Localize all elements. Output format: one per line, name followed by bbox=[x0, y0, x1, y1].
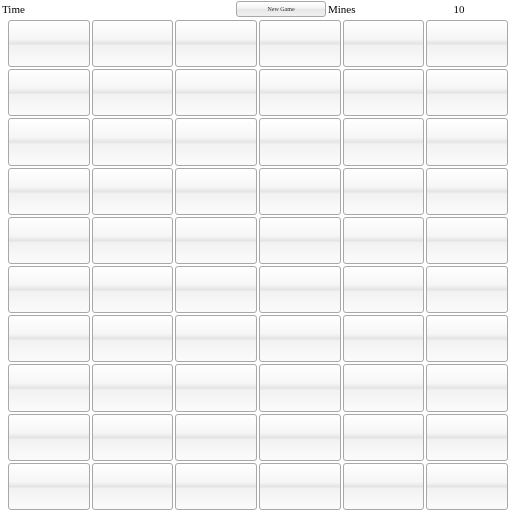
mine-cell[interactable] bbox=[259, 315, 341, 362]
mine-cell[interactable] bbox=[343, 414, 425, 461]
mine-cell[interactable] bbox=[426, 364, 508, 411]
mine-cell[interactable] bbox=[426, 168, 508, 215]
mine-cell[interactable] bbox=[259, 266, 341, 313]
mine-cell[interactable] bbox=[8, 364, 90, 411]
mine-cell[interactable] bbox=[259, 20, 341, 67]
mine-cell[interactable] bbox=[175, 463, 257, 510]
mine-cell[interactable] bbox=[343, 118, 425, 165]
mine-cell[interactable] bbox=[426, 69, 508, 116]
mine-cell[interactable] bbox=[92, 266, 174, 313]
mines-value: 10 bbox=[454, 3, 465, 15]
mine-cell[interactable] bbox=[259, 414, 341, 461]
mine-grid bbox=[0, 18, 512, 512]
mine-cell[interactable] bbox=[426, 315, 508, 362]
mine-cell[interactable] bbox=[426, 414, 508, 461]
mine-cell[interactable] bbox=[8, 266, 90, 313]
mine-cell[interactable] bbox=[92, 168, 174, 215]
mine-cell[interactable] bbox=[426, 266, 508, 313]
mine-cell[interactable] bbox=[343, 69, 425, 116]
mine-cell[interactable] bbox=[175, 414, 257, 461]
mine-cell[interactable] bbox=[8, 217, 90, 264]
mines-label: Mines bbox=[326, 3, 356, 15]
mine-cell[interactable] bbox=[343, 315, 425, 362]
mine-cell[interactable] bbox=[175, 217, 257, 264]
mine-cell[interactable] bbox=[175, 69, 257, 116]
mine-cell[interactable] bbox=[8, 463, 90, 510]
mine-cell[interactable] bbox=[426, 118, 508, 165]
mine-cell[interactable] bbox=[92, 463, 174, 510]
mine-cell[interactable] bbox=[92, 364, 174, 411]
mine-cell[interactable] bbox=[92, 118, 174, 165]
mine-cell[interactable] bbox=[175, 20, 257, 67]
new-game-button[interactable]: New Game bbox=[236, 1, 326, 17]
mine-cell[interactable] bbox=[92, 69, 174, 116]
game-header: Time New Game Mines 10 bbox=[0, 0, 512, 18]
time-label: Time bbox=[0, 3, 236, 15]
mine-cell[interactable] bbox=[175, 266, 257, 313]
mine-cell[interactable] bbox=[343, 20, 425, 67]
mine-cell[interactable] bbox=[175, 364, 257, 411]
mine-cell[interactable] bbox=[175, 118, 257, 165]
mine-cell[interactable] bbox=[343, 168, 425, 215]
mine-cell[interactable] bbox=[343, 364, 425, 411]
mine-cell[interactable] bbox=[343, 217, 425, 264]
mine-cell[interactable] bbox=[259, 364, 341, 411]
mine-cell[interactable] bbox=[8, 69, 90, 116]
mine-cell[interactable] bbox=[259, 69, 341, 116]
mine-cell[interactable] bbox=[259, 463, 341, 510]
mine-cell[interactable] bbox=[426, 217, 508, 264]
mine-cell[interactable] bbox=[259, 168, 341, 215]
mine-cell[interactable] bbox=[426, 463, 508, 510]
mine-cell[interactable] bbox=[92, 20, 174, 67]
mine-cell[interactable] bbox=[343, 266, 425, 313]
mine-cell[interactable] bbox=[92, 315, 174, 362]
mine-cell[interactable] bbox=[259, 217, 341, 264]
mine-cell[interactable] bbox=[259, 118, 341, 165]
mine-cell[interactable] bbox=[8, 414, 90, 461]
mine-cell[interactable] bbox=[343, 463, 425, 510]
mine-cell[interactable] bbox=[8, 20, 90, 67]
mine-cell[interactable] bbox=[92, 414, 174, 461]
mine-cell[interactable] bbox=[8, 315, 90, 362]
mine-cell[interactable] bbox=[8, 168, 90, 215]
mine-cell[interactable] bbox=[175, 168, 257, 215]
mine-cell[interactable] bbox=[8, 118, 90, 165]
mine-cell[interactable] bbox=[426, 20, 508, 67]
mine-cell[interactable] bbox=[92, 217, 174, 264]
mine-cell[interactable] bbox=[175, 315, 257, 362]
